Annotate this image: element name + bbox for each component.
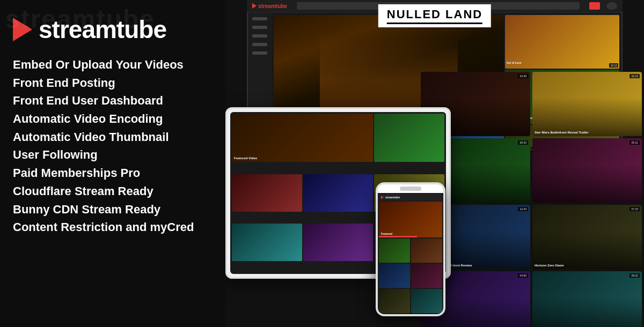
phone-row-1 [379,239,442,263]
phone-thumb-2 [411,239,442,263]
sidebar-icon-3 [252,34,267,38]
duration-1: 10:12 [609,63,618,68]
rs-item-8: 09:02 [532,271,642,327]
user-avatar [606,2,617,10]
watermark-line [387,23,482,24]
rs-title-2: Star Wars Battlefront Reveal Trailer [535,131,588,134]
phone-row-3 [379,289,442,313]
play-icon [13,18,32,41]
rs-duration-6: 07:15 [630,207,640,211]
tablet-thumb-2 [232,174,302,212]
rs-item-4: 05:21 [532,138,642,203]
rs-duration-1: 03:48 [518,74,528,78]
rs-duration-5: 12:44 [518,207,528,211]
features-list: Embed Or Upload Your Videos Front End Po… [13,57,213,235]
feature-item-3: Front End User Dashboard [13,93,213,109]
phone-inner: streamtube Featured [378,193,443,314]
phone-play-icon [381,196,384,199]
tablet-hero: Featured Video [232,114,373,162]
phone-thumb-6 [411,289,442,313]
phone-hero: Featured [379,202,442,237]
nulled-text: NULLED [387,8,441,21]
phone-brand: streamtube [385,196,400,199]
phone-thumb-4 [411,264,442,288]
st-logo-text: streamtube [258,3,287,9]
phone-thumb-5 [379,289,410,313]
st-search-button [589,2,600,10]
rs-title-6: Horizon Zero Dawn [535,264,564,267]
tablet-thumb-3 [303,174,374,212]
phone-screenshot: streamtube Featured [376,182,445,316]
st-play-icon [252,3,257,9]
sidebar-icon-4 [252,43,267,46]
phone-progress [379,236,417,237]
rs-duration-4: 05:21 [630,140,640,145]
nulled-watermark: NULLED LAND [378,4,491,27]
phone-row-2 [379,264,442,288]
video-thumb-1: 10:12 Out of Love [505,15,619,69]
feature-item-7: Paid Memberships Pro [13,165,213,181]
left-panel: streamtube streamtube Embed Or Upload Yo… [0,0,225,327]
phone-hero-title: Featured [381,232,392,235]
st-logo: streamtube [252,3,287,9]
tablet-thumb-5 [232,224,302,261]
feature-item-6: User Following [13,147,213,163]
video-title-1: Out of Love [507,61,522,64]
rs-duration-8: 09:02 [630,273,640,278]
feature-item-2: Front End Posting [13,75,213,91]
sidebar-icon-2 [252,26,267,29]
phone-notch [378,184,443,193]
tablet-thumb-6 [303,224,374,261]
rs-item-2: 10:12 Star Wars Battlefront Reveal Trail… [532,72,642,136]
right-panel: NULLED LAND streamtube [225,0,644,327]
phone-topbar: streamtube [379,194,442,200]
feature-item-5: Automatic Video Thumbnail [13,129,213,145]
rs-duration-7: 04:55 [518,273,528,278]
sidebar-icon-1 [252,17,267,20]
right-screens-area: 03:48 Racer Item 10:12 Star Wars Battlef… [419,70,644,327]
phone-thumb-1 [379,239,410,263]
feature-item-1: Embed Or Upload Your Videos [13,57,213,73]
right-video-grid: 03:48 Racer Item 10:12 Star Wars Battlef… [419,70,644,327]
sidebar-icon-5 [252,51,267,55]
feature-item-9: Bunny CDN Stream Ready [13,202,213,218]
rs-duration-3: 08:33 [518,140,528,145]
tablet-hero-title: Featured Video [234,157,257,160]
feature-item-8: Cloudflare Stream Ready [13,183,213,199]
tablet-thumb-1 [374,114,444,162]
logo-area: streamtube [13,15,213,44]
phone-notch-cut [400,187,421,191]
land-text2: LAND [445,8,482,21]
rs-duration-2: 10:12 [630,74,640,78]
feature-item-4: Automatic Video Encoding [13,111,213,127]
phone-thumb-3 [379,264,410,288]
rs-item-6: 07:15 Horizon Zero Dawn [532,205,642,269]
feature-item-10: Content Restriction and myCred [13,219,213,235]
brand-name: streamtube [39,15,166,44]
